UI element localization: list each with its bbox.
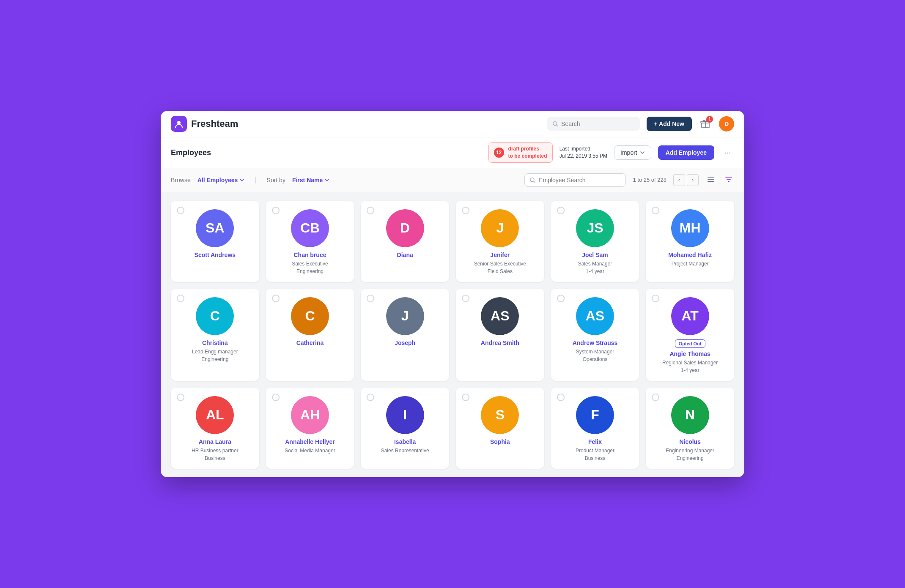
chevron-down-icon [640, 150, 645, 155]
card-checkbox[interactable] [367, 207, 374, 214]
card-checkbox[interactable] [272, 394, 280, 401]
employee-search-input[interactable] [539, 177, 620, 183]
add-new-button[interactable]: + Add New [647, 117, 692, 131]
logo-area: Freshteam [171, 116, 238, 132]
card-checkbox[interactable] [177, 394, 184, 401]
employee-role: System Manager Operations [576, 348, 614, 363]
employee-name[interactable]: Mohamed Hafiz [668, 252, 712, 258]
add-employee-button[interactable]: Add Employee [658, 145, 714, 160]
employee-name[interactable]: Jenifer [490, 252, 510, 258]
card-checkbox[interactable] [272, 295, 280, 302]
list-view-button[interactable] [705, 174, 716, 186]
employee-avatar: J [481, 209, 519, 247]
more-options-button[interactable]: ··· [721, 147, 734, 159]
employee-card: JSJoel SamSales Manager 1-4 year [551, 201, 639, 282]
employee-name[interactable]: Sophia [490, 438, 510, 445]
employee-card: ATOpted OutAngie ThomasRegional Sales Ma… [646, 289, 734, 381]
chevron-down-icon [324, 178, 329, 183]
employee-name[interactable]: Isabella [394, 438, 416, 445]
card-checkbox[interactable] [367, 295, 374, 302]
employee-avatar: AS [481, 297, 519, 335]
employee-name[interactable]: Catherina [296, 339, 324, 346]
employee-card: JJoseph [361, 289, 449, 381]
employee-role: Product Manager Business [576, 447, 614, 462]
employee-role: Social Media Manager [285, 447, 335, 454]
search-input[interactable] [561, 120, 634, 127]
card-checkbox[interactable] [652, 295, 659, 302]
page-title: Employees [171, 148, 211, 157]
card-checkbox[interactable] [652, 207, 659, 214]
import-date: Jul 22, 2019 3:55 PM [559, 153, 607, 160]
card-checkbox[interactable] [462, 295, 469, 302]
card-checkbox[interactable] [462, 394, 469, 401]
employee-avatar: C [291, 297, 329, 335]
employee-name[interactable]: Andrea Smith [481, 339, 519, 346]
employee-role: HR Business partner Business [192, 447, 239, 462]
employee-name[interactable]: Annabelle Hellyer [285, 438, 335, 445]
import-label: Last Imported [559, 145, 607, 153]
card-checkbox[interactable] [557, 295, 565, 302]
employee-card: IIsabellaSales Representative [361, 388, 449, 469]
employee-name[interactable]: Anna Laura [199, 438, 231, 445]
employee-name[interactable]: Angie Thomas [669, 350, 710, 357]
avatar-initials: D [724, 120, 729, 127]
employee-role: Lead Engg manager Engineering [192, 348, 238, 363]
card-checkbox[interactable] [557, 207, 565, 214]
employee-name[interactable]: Felix [588, 438, 602, 445]
employee-name[interactable]: Christina [202, 339, 228, 346]
all-employees-dropdown[interactable]: All Employees [197, 177, 245, 183]
employee-search [524, 173, 626, 187]
opted-out-badge: Opted Out [675, 339, 705, 348]
app-window: Freshteam + Add New 1 D Employees [161, 111, 744, 477]
sort-dropdown[interactable]: First Name [292, 177, 329, 183]
user-avatar-button[interactable]: D [719, 116, 734, 131]
employee-avatar: N [671, 396, 709, 434]
employee-name[interactable]: Scott Andrews [195, 252, 236, 258]
employee-card: JJeniferSenior Sales Executive Field Sal… [456, 201, 544, 282]
import-button[interactable]: Import [614, 145, 651, 160]
prev-page-button[interactable]: ‹ [673, 174, 685, 186]
employee-card: ASAndrew StraussSystem Manager Operation… [551, 289, 639, 381]
employee-card: FFelixProduct Manager Business [551, 388, 639, 469]
employee-avatar: I [386, 396, 424, 434]
employee-name[interactable]: Joel Sam [582, 252, 608, 258]
draft-label: draft profiles [508, 145, 547, 153]
employee-avatar: AH [291, 396, 329, 434]
svg-rect-7 [708, 181, 714, 182]
employee-name[interactable]: Andrew Strauss [573, 339, 618, 346]
employees-grid: SAScott AndrewsCBChan bruceSales Executi… [161, 192, 744, 477]
notification-badge: 1 [706, 116, 713, 123]
card-checkbox[interactable] [272, 207, 280, 214]
employee-avatar: JS [576, 209, 614, 247]
employee-name[interactable]: Nicolus [679, 438, 701, 445]
employee-name[interactable]: Chan bruce [293, 252, 326, 258]
employee-card: NNicolusEngineering Manager Engineering [646, 388, 734, 469]
more-dots-icon: ··· [724, 148, 731, 157]
employee-avatar: AT [671, 297, 709, 335]
employee-role: Engineering Manager Engineering [666, 447, 714, 462]
card-checkbox[interactable] [177, 295, 184, 302]
filter-icon [725, 175, 732, 183]
sort-label: Sort by [267, 177, 285, 183]
employee-avatar: AL [196, 396, 234, 434]
browse-label: Browse [171, 177, 191, 183]
svg-rect-5 [708, 177, 714, 178]
filter-button[interactable] [723, 174, 734, 186]
gift-icon-button[interactable]: 1 [699, 117, 712, 131]
employee-name[interactable]: Diana [397, 252, 413, 258]
employee-avatar: MH [671, 209, 709, 247]
draft-sublabel: to be completed [508, 153, 547, 160]
employee-card: MHMohamed HafizProject Manager [646, 201, 734, 282]
employee-card: AHAnnabelle HellyerSocial Media Manager [266, 388, 354, 469]
next-page-button[interactable]: › [687, 174, 699, 186]
card-checkbox[interactable] [557, 394, 565, 401]
add-new-label: + Add New [654, 120, 684, 127]
card-checkbox[interactable] [367, 394, 374, 401]
employee-card: DDiana [361, 201, 449, 282]
sort-value: First Name [292, 177, 323, 183]
employee-card: ASAndrea Smith [456, 289, 544, 381]
card-checkbox[interactable] [177, 207, 184, 214]
card-checkbox[interactable] [652, 394, 659, 401]
employee-name[interactable]: Joseph [395, 339, 415, 346]
card-checkbox[interactable] [462, 207, 469, 214]
